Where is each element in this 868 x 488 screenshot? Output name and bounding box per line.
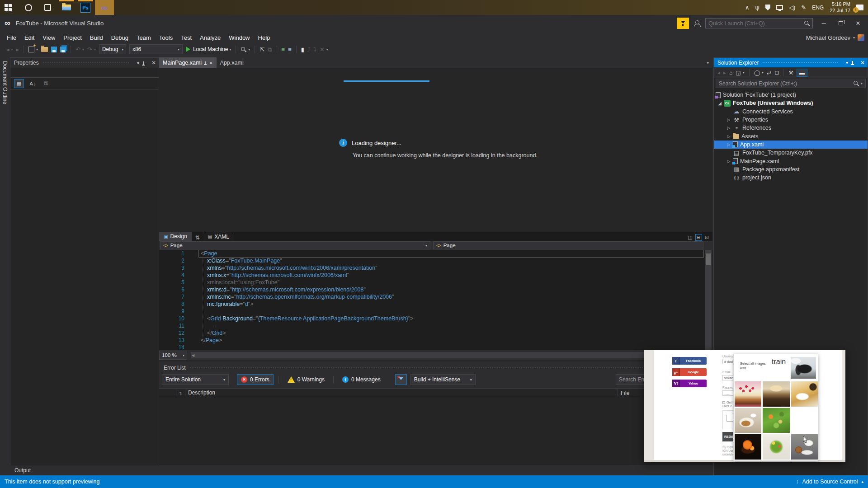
swap-panes-icon[interactable]: ⇅ <box>192 235 203 241</box>
alphabetical-sort-icon[interactable]: A↓ <box>28 79 38 88</box>
find-in-files-icon[interactable] <box>241 47 246 52</box>
warnings-filter-button[interactable]: 0 Warnings <box>284 374 328 385</box>
error-list-body[interactable] <box>159 397 712 465</box>
action-center-icon[interactable]: 1 <box>856 5 863 10</box>
tray-chevron-icon[interactable]: ∧ <box>745 4 750 11</box>
navigate-backward-icon[interactable]: ◂ <box>6 47 9 52</box>
messages-filter-button[interactable]: i 0 Messages <box>339 374 384 385</box>
code-line-4[interactable]: 4 xmlns:x="http://schemas.microsoft.com/… <box>159 272 712 279</box>
platform-dropdown[interactable]: x86▾ <box>129 44 183 54</box>
menu-item-help[interactable]: Help <box>254 33 274 42</box>
newsletter-checkbox[interactable] <box>722 401 725 404</box>
properties-icon[interactable]: ⚒ <box>788 70 793 76</box>
navigate-to-icon[interactable]: ⇱ <box>259 47 264 52</box>
code-line-6[interactable]: 6 xmlns:d="http://schemas.microsoft.com/… <box>159 286 712 293</box>
configuration-dropdown[interactable]: Debug▾ <box>99 44 126 54</box>
new-project-icon[interactable] <box>28 47 34 52</box>
pen-icon[interactable]: ✎ <box>801 4 806 11</box>
display-icon[interactable] <box>776 5 783 10</box>
horizontal-split-icon[interactable]: ⊟ <box>695 234 702 241</box>
open-file-icon[interactable] <box>41 47 48 52</box>
speaker-icon[interactable]: ◁) <box>789 4 795 11</box>
captcha-image-salad-bowl[interactable] <box>763 434 789 460</box>
file-column-header[interactable]: File <box>618 389 629 397</box>
tree-item-foxtube-temporarykey-pfx[interactable]: ▤FoxTube_TemporaryKey.pfx <box>714 149 868 157</box>
switch-views-icon[interactable]: ◱ <box>736 70 741 76</box>
menu-item-analyze[interactable]: Analyze <box>196 33 225 42</box>
severity-column-icon[interactable]: ¶ <box>176 389 185 397</box>
tree-item-app-xaml[interactable]: ▷App.xaml <box>714 141 868 149</box>
defender-shield-icon[interactable] <box>765 5 770 10</box>
collapsed-expander-icon[interactable]: ▷ <box>725 126 733 130</box>
menu-item-edit[interactable]: Edit <box>20 33 38 42</box>
close-icon[interactable]: ✕ <box>860 60 865 66</box>
tab-app-xaml[interactable]: App.xaml <box>217 57 247 68</box>
code-line-13[interactable]: 13</Page> <box>159 337 712 344</box>
next-bookmark-icon[interactable]: ⤵ <box>313 47 316 52</box>
close-button[interactable]: ✕ <box>852 20 864 27</box>
code-line-9[interactable]: 9 <box>159 308 712 315</box>
tree-item-properties[interactable]: ▷⚒Properties <box>714 116 868 124</box>
user-menu[interactable]: Michael Gordeev ▾ <box>806 34 868 41</box>
cortana-button[interactable] <box>19 0 38 15</box>
menu-item-team[interactable]: Team <box>132 33 155 42</box>
tree-item-references[interactable]: ▷▪▫References <box>714 124 868 132</box>
window-position-icon[interactable]: ▾ <box>846 60 848 65</box>
comment-icon[interactable]: ⧉ <box>268 47 272 52</box>
scrollbar-thumb[interactable] <box>706 253 711 265</box>
undo-icon[interactable]: ↶ <box>75 47 80 52</box>
code-line-7[interactable]: 7 xmlns:mc="http://schemas.openxmlformat… <box>159 293 712 300</box>
sync-with-active-document-icon[interactable]: ⇄ <box>767 70 771 76</box>
vertical-scrollbar[interactable]: ✛ <box>705 250 712 350</box>
quick-launch-box[interactable] <box>705 18 813 28</box>
splitter-handle[interactable]: ✛ <box>705 250 712 251</box>
zoom-level-dropdown[interactable]: 100 % ▾ <box>159 351 187 360</box>
tree-item-connected-services[interactable]: ☁Connected Services <box>714 108 868 116</box>
feedback-button[interactable] <box>677 18 689 29</box>
collapsed-expander-icon[interactable]: ▷ <box>725 117 733 122</box>
restore-button[interactable] <box>835 20 847 27</box>
captcha-image-baklava-coffee[interactable] <box>791 381 818 407</box>
tree-item-assets[interactable]: ▷Assets <box>714 132 868 140</box>
captcha-image-dessert-glass[interactable] <box>763 381 789 407</box>
error-list-header[interactable]: Error List <box>159 363 712 373</box>
usb-icon[interactable]: ψ <box>755 4 760 11</box>
element-dropdown-left[interactable]: <> Page ▾ <box>160 241 430 249</box>
start-button[interactable] <box>0 0 19 15</box>
solution-explorer-search-box[interactable]: Search Solution Explorer (Ctrl+;) ▾ <box>716 79 866 88</box>
close-icon[interactable]: ✕ <box>209 61 212 66</box>
properties-panel-header[interactable]: Properties ▾ ✕ <box>10 58 159 68</box>
tab-list-dropdown-icon[interactable]: ▾ <box>703 57 712 68</box>
expanded-expander-icon[interactable]: ◢ <box>716 101 724 106</box>
collapsed-expander-icon[interactable]: ▷ <box>725 134 733 139</box>
menu-item-window[interactable]: Window <box>225 33 254 42</box>
pin-icon[interactable] <box>143 61 144 65</box>
clear-filter-button[interactable]: ✕ <box>395 374 407 385</box>
clear-bookmarks-icon[interactable]: ✕ <box>320 47 325 52</box>
increase-indent-icon[interactable]: ≡ <box>288 47 292 52</box>
tab-mainpage-xaml[interactable]: MainPage.xaml ✕ <box>159 57 217 68</box>
vertical-split-icon[interactable]: ◫ <box>688 235 692 240</box>
file-explorer-button[interactable] <box>57 0 76 15</box>
minimize-button[interactable]: ─ <box>817 20 830 27</box>
quick-launch-input[interactable] <box>708 20 804 27</box>
collapsed-expander-icon[interactable]: ▷ <box>725 159 733 164</box>
property-pages-icon[interactable]: ⚿ <box>41 79 51 88</box>
output-panel-tab[interactable]: Output <box>0 465 713 475</box>
window-position-icon[interactable]: ▾ <box>137 61 139 66</box>
task-view-button[interactable] <box>38 0 57 15</box>
pin-icon[interactable] <box>205 61 206 64</box>
redo-icon[interactable]: ↷ <box>87 47 92 52</box>
code-line-11[interactable]: 11 <box>159 322 712 329</box>
code-line-3[interactable]: 3 xmlns="http://schemas.microsoft.com/wi… <box>159 264 712 272</box>
navigate-forward-icon[interactable]: ▸ <box>16 47 19 52</box>
menu-item-view[interactable]: View <box>38 33 59 42</box>
document-outline-tab[interactable]: Document Outline <box>0 57 10 465</box>
forward-icon[interactable]: ▸ <box>723 70 726 76</box>
clock[interactable]: 5:16 PM 22-Jul-17 <box>830 1 850 14</box>
xaml-code-editor[interactable]: 1<Page2 x:Class="FoxTube.MainPage"3 xmln… <box>159 250 712 350</box>
xaml-view-tab[interactable]: ▤ XAML <box>203 232 234 241</box>
menu-item-tools[interactable]: Tools <box>155 33 177 42</box>
menu-item-build[interactable]: Build <box>86 33 107 42</box>
collapsed-expander-icon[interactable]: ▷ <box>725 142 733 147</box>
